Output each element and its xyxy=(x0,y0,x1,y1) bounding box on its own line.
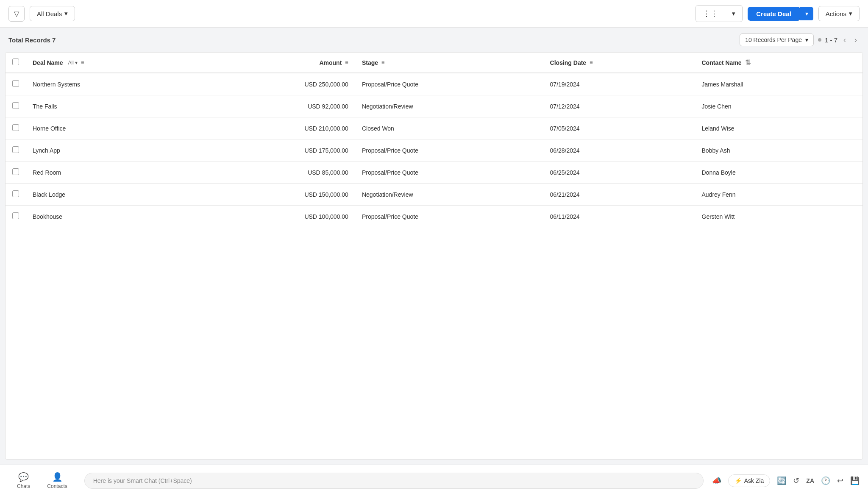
row-stage: Negotiation/Review xyxy=(355,95,543,117)
row-checkbox-cell[interactable] xyxy=(6,162,26,184)
row-contact-name: Leland Wise xyxy=(695,117,863,139)
table-row: Black Lodge USD 150,000.00 Negotiation/R… xyxy=(6,184,862,206)
bottom-nav-chats[interactable]: 💬 Chats xyxy=(8,469,39,492)
amount-label: Amount xyxy=(319,59,342,66)
table-row: Red Room USD 85,000.00 Proposal/Price Qu… xyxy=(6,162,862,184)
bottom-bar: 💬 Chats 👤 Contacts Here is your Smart Ch… xyxy=(0,465,868,496)
total-records-label: Total Records 7 xyxy=(8,36,56,44)
row-contact-name: Josie Chen xyxy=(695,95,863,117)
row-checkbox-cell[interactable] xyxy=(6,206,26,228)
select-all-checkbox[interactable] xyxy=(12,59,19,65)
all-filter-chevron-icon: ▾ xyxy=(75,60,78,66)
smart-chat-toggle-button[interactable]: 🔄 xyxy=(777,476,786,485)
view-chevron-icon: ▾ xyxy=(732,10,735,17)
row-closing-date: 07/12/2024 xyxy=(543,95,695,117)
ask-zia-label: Ask Zia xyxy=(744,477,764,484)
bottom-nav-contacts[interactable]: 👤 Contacts xyxy=(39,469,75,492)
row-amount: USD 85,000.00 xyxy=(201,162,355,184)
deals-table-wrapper: Deal Name All ▾ ≡ Amount ≡ xyxy=(5,52,863,460)
row-checkbox[interactable] xyxy=(12,212,19,219)
deal-name-filter-button[interactable]: All ▾ xyxy=(68,60,78,66)
stage-col-menu-icon[interactable]: ≡ xyxy=(381,59,385,66)
row-checkbox-cell[interactable] xyxy=(6,184,26,206)
row-checkbox[interactable] xyxy=(12,168,19,175)
table-row: Bookhouse USD 100,000.00 Proposal/Price … xyxy=(6,206,862,228)
megaphone-button[interactable]: 📣 xyxy=(712,476,721,485)
undo-button[interactable]: ↺ xyxy=(793,476,799,485)
actions-label: Actions xyxy=(826,10,846,17)
create-deal-arrow-icon: ▾ xyxy=(805,10,808,17)
amount-col-menu-icon[interactable]: ≡ xyxy=(345,59,348,66)
row-deal-name: Red Room xyxy=(26,162,201,184)
smart-chat-icon: 🔄 xyxy=(777,476,786,485)
row-checkbox[interactable] xyxy=(12,146,19,153)
per-page-selector[interactable]: 10 Records Per Page ▾ xyxy=(740,33,814,46)
row-checkbox[interactable] xyxy=(12,190,19,197)
row-amount: USD 100,000.00 xyxy=(201,206,355,228)
row-closing-date: 06/21/2024 xyxy=(543,184,695,206)
zia-icon: ⚡ xyxy=(734,477,742,484)
chats-label: Chats xyxy=(17,483,30,489)
row-closing-date: 06/28/2024 xyxy=(543,139,695,162)
actions-button[interactable]: Actions ▾ xyxy=(818,6,860,21)
bottom-actions: 📣 ⚡ Ask Zia 🔄 ↺ ZA 🕐 ↩ 💾 xyxy=(712,474,860,487)
row-contact-name: Donna Boyle xyxy=(695,162,863,184)
row-contact-name: Bobby Ash xyxy=(695,139,863,162)
row-stage: Proposal/Price Quote xyxy=(355,206,543,228)
per-page-label: 10 Records Per Page xyxy=(745,36,802,43)
row-checkbox-cell[interactable] xyxy=(6,73,26,95)
table-row: Northern Systems USD 250,000.00 Proposal… xyxy=(6,73,862,95)
save-button[interactable]: 💾 xyxy=(850,476,860,485)
row-checkbox-cell[interactable] xyxy=(6,95,26,117)
row-contact-name: Audrey Fenn xyxy=(695,184,863,206)
table-header-row: Deal Name All ▾ ≡ Amount ≡ xyxy=(6,53,862,73)
deal-name-header: Deal Name All ▾ ≡ xyxy=(26,53,201,73)
all-deals-button[interactable]: All Deals ▾ xyxy=(30,6,75,21)
deal-name-label: Deal Name xyxy=(33,59,63,66)
row-checkbox[interactable] xyxy=(12,80,19,87)
filter-button[interactable]: ▽ xyxy=(8,6,25,22)
row-checkbox-cell[interactable] xyxy=(6,139,26,162)
row-checkbox[interactable] xyxy=(12,124,19,131)
row-amount: USD 175,000.00 xyxy=(201,139,355,162)
prev-icon: ‹ xyxy=(843,36,846,44)
row-amount: USD 150,000.00 xyxy=(201,184,355,206)
zia-text-icon-button[interactable]: ZA xyxy=(806,477,814,484)
create-deal-button[interactable]: Create Deal xyxy=(748,7,800,21)
pagination: 1 - 7 ‹ › xyxy=(818,35,860,45)
pagination-next-button[interactable]: › xyxy=(852,35,860,45)
chats-icon: 💬 xyxy=(18,472,29,482)
smart-chat-input[interactable]: Here is your Smart Chat (Ctrl+Space) xyxy=(84,473,704,489)
pagination-range: 1 - 7 xyxy=(825,36,837,44)
pagination-prev-button[interactable]: ‹ xyxy=(841,35,849,45)
all-filter-label: All xyxy=(68,60,74,66)
stage-header: Stage ≡ xyxy=(355,53,543,73)
table-body: Northern Systems USD 250,000.00 Proposal… xyxy=(6,73,862,227)
create-deal-group: Create Deal ▾ xyxy=(748,7,813,21)
col-settings-icon[interactable]: ⇅ xyxy=(745,59,751,67)
table-row: Horne Office USD 210,000.00 Closed Won 0… xyxy=(6,117,862,139)
megaphone-icon: 📣 xyxy=(712,476,721,485)
contacts-icon: 👤 xyxy=(52,472,63,482)
row-closing-date: 07/19/2024 xyxy=(543,73,695,95)
list-view-button[interactable]: ⋮⋮ xyxy=(696,6,725,22)
history-icon: 🕐 xyxy=(821,476,830,485)
history-button[interactable]: 🕐 xyxy=(821,476,830,485)
table-row: The Falls USD 92,000.00 Negotiation/Revi… xyxy=(6,95,862,117)
create-deal-arrow-button[interactable]: ▾ xyxy=(800,7,813,20)
actions-chevron-icon: ▾ xyxy=(849,10,852,17)
row-checkbox[interactable] xyxy=(12,102,19,109)
deal-name-col-menu-icon[interactable]: ≡ xyxy=(81,59,84,66)
row-deal-name: Bookhouse xyxy=(26,206,201,228)
row-checkbox-cell[interactable] xyxy=(6,117,26,139)
row-deal-name: The Falls xyxy=(26,95,201,117)
toolbar: ▽ All Deals ▾ ⋮⋮ ▾ Create Deal ▾ Actions… xyxy=(0,0,868,28)
amount-header: Amount ≡ xyxy=(201,53,355,73)
ask-zia-button[interactable]: ⚡ Ask Zia xyxy=(728,474,771,487)
row-deal-name: Lynch App xyxy=(26,139,201,162)
back-button[interactable]: ↩ xyxy=(837,476,843,485)
closing-date-col-menu-icon[interactable]: ≡ xyxy=(590,59,593,66)
row-contact-name: James Marshall xyxy=(695,73,863,95)
select-all-header[interactable] xyxy=(6,53,26,73)
view-chevron-button[interactable]: ▾ xyxy=(725,6,742,21)
